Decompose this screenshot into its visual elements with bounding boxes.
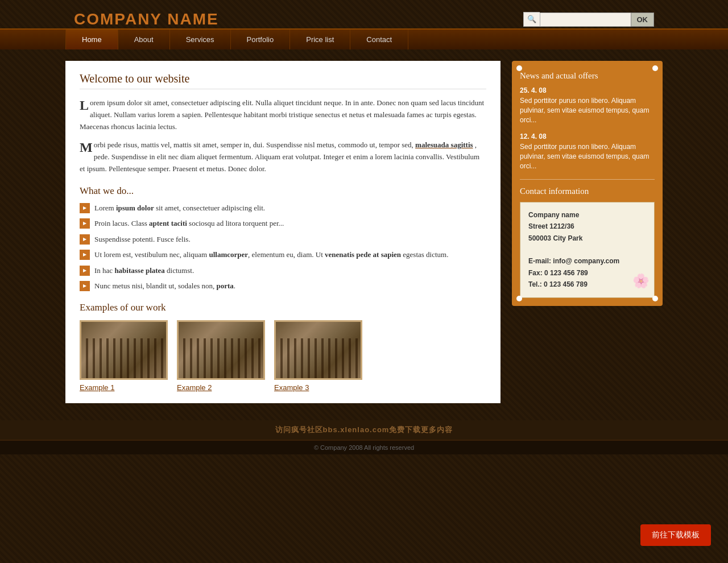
search-area: 🔍 OK: [523, 12, 655, 27]
card-decoration: 🌸: [632, 270, 650, 293]
corner-tl: [516, 65, 522, 71]
contact-street: Street 1212/36: [528, 221, 646, 232]
contact-fax: Fax: 0 123 456 789: [528, 267, 646, 279]
news-date-2: 12. 4. 08: [520, 133, 655, 140]
list-arrow-icon: [80, 266, 90, 276]
news-item-1: 25. 4. 08 Sed porttitor purus non libero…: [520, 86, 655, 125]
contact-email: E-mail: info@ company.com: [528, 255, 646, 267]
nav-contact[interactable]: Contact: [350, 30, 408, 49]
list-item: Suspendisse potenti. Fusce felis.: [80, 234, 486, 245]
list-item: Lorem ipsum dolor sit amet, consectetuer…: [80, 202, 486, 214]
example-1-link[interactable]: Example 1: [80, 383, 168, 392]
nav-home[interactable]: Home: [65, 30, 118, 49]
dropcap-2: M: [80, 140, 93, 154]
contact-card: Company name Street 1212/36 500003 City …: [520, 202, 655, 298]
examples-title: Examples of our work: [80, 302, 486, 313]
list-arrow-icon: [80, 203, 90, 213]
content-area: Welcome to our website L orem ipsum dolo…: [65, 61, 500, 403]
list-item: In hac habitasse platea dictumst.: [80, 265, 486, 276]
news-text-1: Sed porttitor purus non libero. Aliquam …: [520, 96, 655, 125]
search-icon: 🔍: [527, 15, 536, 24]
bottom-bar: 访问疯号社区bbs.xlenlao.com免费下载更多内容: [0, 420, 728, 440]
list-arrow-icon: [80, 218, 90, 229]
what-we-do-list: Lorem ipsum dolor sit amet, consectetuer…: [80, 202, 486, 292]
search-input[interactable]: [540, 13, 631, 27]
search-icon-wrap: 🔍: [523, 12, 540, 27]
list-arrow-icon: [80, 250, 90, 260]
nav-services[interactable]: Services: [170, 30, 231, 49]
intro-para-2: M orbi pede risus, mattis vel, mattis si…: [80, 139, 486, 175]
news-title: News and actual offers: [520, 71, 655, 81]
corner-bl: [516, 296, 522, 301]
list-arrow-icon: [80, 234, 90, 245]
list-arrow-icon: [80, 281, 90, 291]
examples-row: Example 1 Example 2 Example 3: [80, 320, 486, 392]
example-3-image: [274, 320, 362, 380]
contact-tel: Tel.: 0 123 456 789: [528, 279, 646, 290]
example-1: Example 1: [80, 320, 168, 392]
search-button[interactable]: OK: [631, 13, 655, 27]
list-item: Nunc metus nisi, blandit ut, sodales non…: [80, 280, 486, 292]
download-button[interactable]: 前往下载模板: [640, 524, 711, 546]
sidebar-box: News and actual offers 25. 4. 08 Sed por…: [512, 61, 663, 306]
contact-city: 500003 City Park: [528, 233, 646, 244]
nav-about[interactable]: About: [118, 30, 170, 49]
example-2-image: [177, 320, 265, 380]
dropcap-1: L: [80, 98, 89, 112]
sidebar: News and actual offers 25. 4. 08 Sed por…: [512, 61, 663, 403]
intro-para-1: L orem ipsum dolor sit amet, consectetue…: [80, 97, 486, 133]
company-name: COMPANY NAME: [74, 10, 219, 28]
welcome-title: Welcome to our website: [80, 72, 486, 89]
example-2-link[interactable]: Example 2: [177, 383, 265, 392]
sidebar-divider: [520, 179, 655, 180]
list-item: Proin lacus. Class aptent taciti sociosq…: [80, 218, 486, 229]
example-1-image: [80, 320, 168, 380]
footer-text: © Company 2008 All rights reserved: [314, 444, 414, 451]
corner-br: [652, 296, 658, 301]
nav-pricelist[interactable]: Price list: [290, 30, 350, 49]
example-3: Example 3: [274, 320, 362, 392]
nav-portfolio[interactable]: Portfolio: [231, 30, 291, 49]
corner-tr: [652, 65, 658, 71]
para1-text: orem ipsum dolor sit amet, consectetuer …: [80, 98, 484, 131]
example-2: Example 2: [177, 320, 265, 392]
contact-company: Company name: [528, 209, 646, 221]
watermark-text: 访问疯号社区bbs.xlenlao.com免费下载更多内容: [0, 425, 728, 435]
contact-title: Contact information: [520, 187, 655, 196]
news-date-1: 25. 4. 08: [520, 86, 655, 94]
what-we-do-title: What we do...: [80, 185, 486, 197]
footer: © Company 2008 All rights reserved: [0, 440, 728, 454]
news-text-2: Sed porttitor purus non libero. Aliquam …: [520, 142, 655, 171]
example-3-link[interactable]: Example 3: [274, 383, 362, 392]
nav-bar: Home About Services Portfolio Price list…: [0, 28, 728, 49]
para2-link[interactable]: malesuada sagittis: [415, 140, 473, 149]
para2-before: orbi pede risus, mattis vel, mattis sit …: [94, 140, 413, 149]
news-item-2: 12. 4. 08 Sed porttitor purus non libero…: [520, 133, 655, 171]
list-item: Ut lorem est, vestibulum nec, aliquam ul…: [80, 249, 486, 260]
